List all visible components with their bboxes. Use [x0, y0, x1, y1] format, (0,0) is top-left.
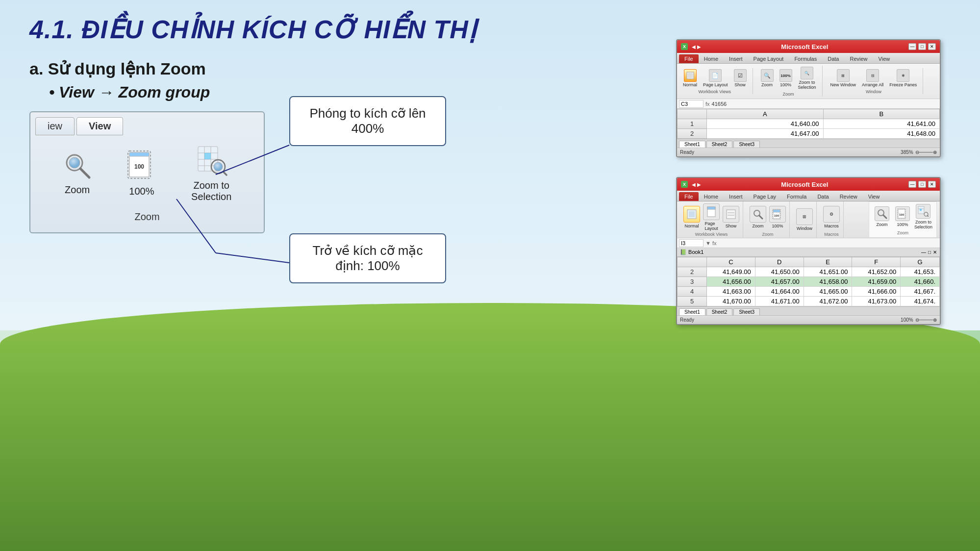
- maximize-btn-1[interactable]: □: [918, 43, 926, 50]
- ribbon-pagelay-2[interactable]: Page Lay: [748, 192, 781, 201]
- e2-btn-zoom[interactable]: Zoom: [749, 206, 767, 228]
- ribbon-group-window-1: ⊞ New Window ⊟ Arrange All ❄ Freeze Pane…: [829, 68, 924, 94]
- minimize-btn-1[interactable]: —: [908, 43, 916, 50]
- ribbon-tabs-2: File Home Insert Page Lay Formula Data R…: [677, 191, 940, 201]
- cell-f4[interactable]: 41,666.00: [852, 287, 901, 297]
- ribbon-btn-freeze-1[interactable]: ❄ Freeze Panes: [887, 68, 919, 88]
- excel-grid-2: C D E F G 2 41,649.00 41,650.00: [677, 257, 940, 306]
- ribbon-btn-show-1[interactable]: ☑ Show: [732, 68, 749, 88]
- ribbon-group-btns-1: Normal 📄 Page Layout ☑ Show: [681, 68, 749, 88]
- col-header-a-1: A: [707, 109, 824, 119]
- ribbon-btn-zoomsel-1[interactable]: 🔍 Zoom toSelection: [796, 66, 818, 91]
- e2-window-btns: ⊞ Window: [796, 203, 813, 236]
- col-header-b-1: B: [823, 109, 940, 119]
- ribbon-formulas-1[interactable]: Formulas: [789, 54, 822, 63]
- cell-g2[interactable]: 41,653.: [901, 267, 940, 277]
- zoom-panel-zoom-btn[interactable]: Zoom: [873, 206, 891, 227]
- cell-c5[interactable]: 41,670.00: [707, 297, 755, 306]
- cell-g3[interactable]: 41,660.: [901, 277, 940, 287]
- ribbon-view-2[interactable]: View: [863, 192, 885, 201]
- cell-f3[interactable]: 41,659.00: [852, 277, 901, 287]
- cell-f2[interactable]: 41,652.00: [852, 267, 901, 277]
- book1-close-2[interactable]: ✕: [933, 250, 937, 255]
- ribbon-formula-2[interactable]: Formula: [781, 192, 812, 201]
- ribbon-btn-newwindow-1[interactable]: ⊞ New Window: [829, 68, 858, 88]
- cell-g5[interactable]: 41,674.: [901, 297, 940, 306]
- svg-rect-21: [688, 73, 693, 78]
- e2-btn-pagelayout[interactable]: PageLayout: [703, 203, 720, 231]
- sheet-tab-1-1[interactable]: Sheet1: [679, 141, 705, 148]
- close-btn-2[interactable]: ✕: [928, 181, 936, 188]
- cell-ref-2[interactable]: I3: [679, 239, 704, 247]
- maximize-btn-2[interactable]: □: [918, 181, 926, 188]
- ribbon-insert-2[interactable]: Insert: [724, 192, 748, 201]
- sheet-tabs-2: Sheet1 Sheet2 Sheet3: [677, 306, 940, 315]
- ribbon-review-2[interactable]: Review: [834, 192, 863, 201]
- ribbon-btn-pagelayout-view-1[interactable]: 📄 Page Layout: [701, 68, 730, 88]
- ribbon-insert-1[interactable]: Insert: [724, 54, 748, 63]
- zoom-panel-100-icon: 100: [895, 206, 910, 221]
- ribbon-btn-arrange-1[interactable]: ⊟ Arrange All: [860, 68, 885, 88]
- cell-d3[interactable]: 41,657.00: [755, 277, 804, 287]
- ribbon-file-2[interactable]: File: [679, 192, 699, 201]
- ribbon-review-1[interactable]: Review: [844, 54, 873, 63]
- cell-c4[interactable]: 41,663.00: [707, 287, 755, 297]
- ribbon-home-2[interactable]: Home: [699, 192, 724, 201]
- cell-d4[interactable]: 41,664.00: [755, 287, 804, 297]
- window-label-1: Window: [866, 89, 881, 94]
- book1-min-2[interactable]: —: [921, 250, 926, 255]
- ribbon-data-2[interactable]: Data: [812, 192, 834, 201]
- e2-btn-window[interactable]: ⊞ Window: [796, 208, 813, 231]
- row-num-2-1: 2: [678, 267, 707, 277]
- sheet-tab-2-1[interactable]: Sheet2: [706, 141, 733, 148]
- e2-btn-show[interactable]: Show: [722, 206, 740, 228]
- book1-restore-2[interactable]: □: [928, 250, 931, 255]
- ribbon-home-1[interactable]: Home: [699, 54, 724, 63]
- minimize-btn-2[interactable]: —: [908, 181, 916, 188]
- cell-ref-1[interactable]: C3: [679, 100, 704, 108]
- statusbar-2: Ready 100% ⊖────⊕: [677, 315, 940, 324]
- cell-c3[interactable]: 41,656.00: [707, 277, 755, 287]
- cell-e2[interactable]: 41,651.00: [804, 267, 852, 277]
- ribbon-btn-normal-1[interactable]: Normal: [681, 68, 699, 88]
- main-layout: iew View: [29, 111, 951, 478]
- cell-b2[interactable]: 41,648.00: [823, 129, 940, 139]
- e2-btn-macros[interactable]: ⚙ Macros: [823, 206, 840, 228]
- sheet-tab-3-2[interactable]: Sheet3: [733, 308, 760, 315]
- win-controls-1[interactable]: — □ ✕: [908, 43, 936, 50]
- ribbon-pagelayout-1[interactable]: Page Layout: [748, 54, 789, 63]
- e2-btn-100[interactable]: 100 100%: [769, 206, 786, 228]
- sheet-tab-1-2[interactable]: Sheet1: [679, 308, 705, 315]
- ribbon-btn-zoom-1[interactable]: 🔍 Zoom: [759, 68, 776, 88]
- formula-bar-1: C3 fx 41656: [677, 99, 940, 109]
- book1-controls-2[interactable]: — □ ✕: [921, 250, 937, 255]
- e2-btn-normal[interactable]: Normal: [683, 206, 701, 228]
- close-btn-1[interactable]: ✕: [928, 43, 936, 50]
- cell-a2[interactable]: 41,647.00: [707, 129, 824, 139]
- win-controls-2[interactable]: — □ ✕: [908, 181, 936, 188]
- cell-g4[interactable]: 41,667.: [901, 287, 940, 297]
- zoom-level-1: 385%: [901, 150, 913, 155]
- ribbon-view-1[interactable]: View: [873, 54, 896, 63]
- cell-f5[interactable]: 41,673.00: [852, 297, 901, 306]
- cell-e3[interactable]: 41,658.00: [804, 277, 852, 287]
- cell-e5[interactable]: 41,672.00: [804, 297, 852, 306]
- status-zoom-2: 100% ⊖────⊕: [901, 317, 937, 323]
- cell-e4[interactable]: 41,665.00: [804, 287, 852, 297]
- cell-d2[interactable]: 41,650.00: [755, 267, 804, 277]
- zoom-panel-100-btn[interactable]: 100 100%: [894, 206, 911, 227]
- macros-icon-2: ⚙: [823, 206, 840, 223]
- e2-workbook-views: Normal PageLayout: [680, 201, 743, 238]
- cell-c2[interactable]: 41,649.00: [707, 267, 755, 277]
- cell-d5[interactable]: 41,671.00: [755, 297, 804, 306]
- ribbon-btn-100-1[interactable]: 100% 100%: [778, 68, 794, 88]
- sheet-tab-3-1[interactable]: Sheet3: [733, 141, 760, 148]
- ribbon-file-1[interactable]: File: [679, 54, 699, 63]
- formula-bar-2: I3 ▼ fx: [677, 238, 940, 248]
- ribbon-data-1[interactable]: Data: [822, 54, 844, 63]
- cell-a1[interactable]: 41,640.00: [707, 119, 824, 129]
- cell-b1[interactable]: 41,641.00: [823, 119, 940, 129]
- svg-line-36: [883, 215, 886, 218]
- sheet-tab-2-2[interactable]: Sheet2: [706, 308, 733, 315]
- zoom-panel-zoomsel-btn[interactable]: Zoom toSelection: [914, 204, 932, 229]
